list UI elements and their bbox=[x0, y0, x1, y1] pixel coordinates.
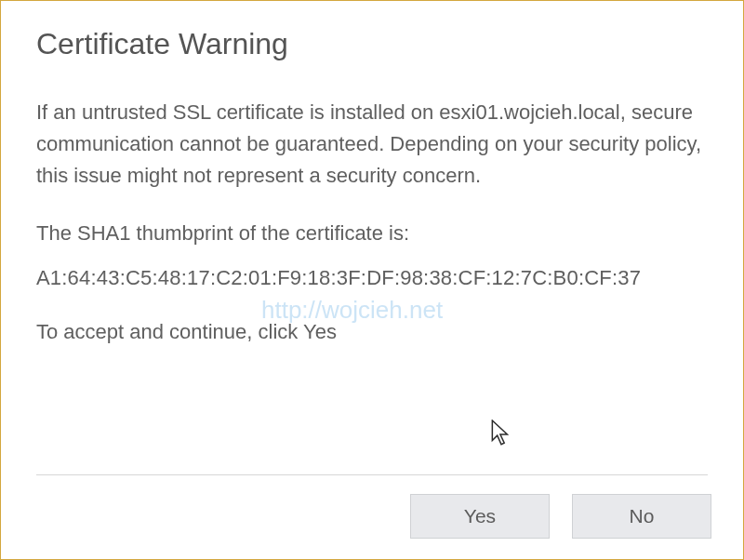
button-row: Yes No bbox=[1, 475, 743, 559]
thumbprint-value: A1:64:43:C5:48:17:C2:01:F9:18:3F:DF:98:3… bbox=[36, 266, 708, 290]
yes-button[interactable]: Yes bbox=[410, 494, 550, 539]
no-button[interactable]: No bbox=[572, 494, 711, 539]
mouse-cursor-icon bbox=[491, 420, 512, 447]
warning-message: If an untrusted SSL certificate is insta… bbox=[36, 97, 708, 192]
thumbprint-label: The SHA1 thumbprint of the certificate i… bbox=[36, 218, 708, 249]
dialog-body: http://wojcieh.net If an untrusted SSL c… bbox=[1, 61, 743, 474]
accept-instruction: To accept and continue, click Yes bbox=[36, 316, 708, 348]
dialog-title: Certificate Warning bbox=[1, 1, 743, 61]
certificate-warning-dialog: Certificate Warning http://wojcieh.net I… bbox=[0, 0, 744, 560]
